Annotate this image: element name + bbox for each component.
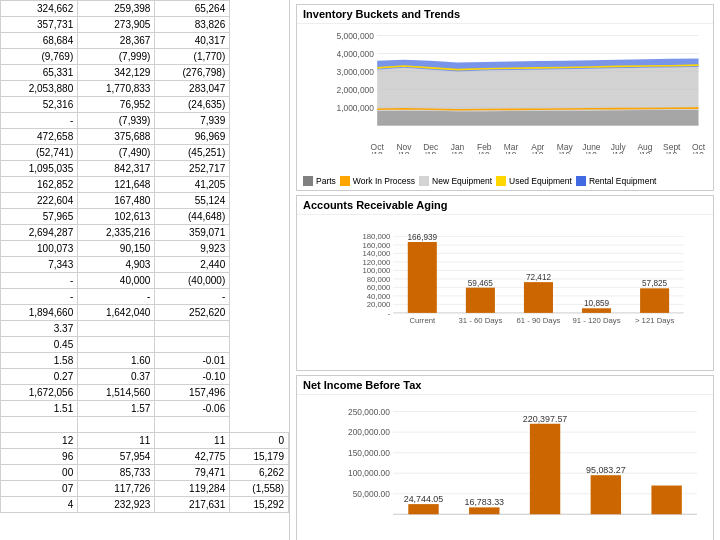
table-cell: (7,490) <box>78 145 155 161</box>
table-cell: 1,672,056 <box>1 385 78 401</box>
table-cell: - <box>1 289 78 305</box>
svg-text:57,825: 57,825 <box>642 279 668 288</box>
data-table: 324,662259,39865,264357,731273,90583,826… <box>0 0 289 513</box>
svg-text:61 - 90 Days: 61 - 90 Days <box>517 316 561 325</box>
svg-text:> 121 Days: > 121 Days <box>635 316 674 325</box>
table-cell: 11 <box>155 433 230 449</box>
table-cell: 83,826 <box>155 17 230 33</box>
table-cell: (45,251) <box>155 145 230 161</box>
table-cell: 40,317 <box>155 33 230 49</box>
table-cell: 357,731 <box>1 17 78 33</box>
table-cell: 79,471 <box>155 465 230 481</box>
legend-item: Used Equipment <box>496 176 572 186</box>
table-cell: 85,733 <box>78 465 155 481</box>
legend-label: New Equipment <box>432 176 492 186</box>
table-cell: 1,642,040 <box>78 305 155 321</box>
svg-text:24,744.05: 24,744.05 <box>404 494 444 504</box>
table-cell: 117,726 <box>78 481 155 497</box>
table-cell: 119,284 <box>155 481 230 497</box>
svg-text:'18: '18 <box>398 150 409 154</box>
svg-text:16,783.33: 16,783.33 <box>464 497 504 507</box>
table-cell: (40,000) <box>155 273 230 289</box>
table-cell: 57,965 <box>1 209 78 225</box>
ni-svg: 50,000.00100,000.00150,000.00200,000.002… <box>337 399 707 530</box>
table-cell: 0.37 <box>78 369 155 385</box>
svg-text:80,000: 80,000 <box>367 275 391 284</box>
legend-label: Rental Equipment <box>589 176 657 186</box>
table-cell: 472,658 <box>1 129 78 145</box>
spreadsheet-panel: 324,662259,39865,264357,731273,90583,826… <box>0 0 290 540</box>
table-cell <box>155 337 230 353</box>
legend-label: Work In Process <box>353 176 415 186</box>
table-cell: 359,071 <box>155 225 230 241</box>
svg-text:200,000.00: 200,000.00 <box>348 427 390 437</box>
inventory-legend: PartsWork In ProcessNew EquipmentUsed Eq… <box>297 174 713 190</box>
table-cell: 2,694,287 <box>1 225 78 241</box>
svg-text:'18: '18 <box>425 150 436 154</box>
table-cell: 40,000 <box>78 273 155 289</box>
svg-text:150,000.00: 150,000.00 <box>348 448 390 458</box>
table-cell <box>155 417 230 433</box>
table-cell: 65,264 <box>155 1 230 17</box>
ni-chart-area: 50,000.00100,000.00150,000.00200,000.002… <box>297 395 713 540</box>
svg-text:3,000,000: 3,000,000 <box>337 67 374 77</box>
table-cell: 102,613 <box>78 209 155 225</box>
table-cell: 1,514,560 <box>78 385 155 401</box>
table-cell: 15,179 <box>230 449 289 465</box>
inventory-chart-section: Inventory Buckets and Trends 1,000,0002,… <box>296 4 714 191</box>
table-cell: 12 <box>1 433 78 449</box>
table-cell: 96,969 <box>155 129 230 145</box>
table-cell: (52,741) <box>1 145 78 161</box>
svg-text:'19: '19 <box>506 150 517 154</box>
svg-text:'19: '19 <box>613 150 624 154</box>
svg-text:40,000: 40,000 <box>367 292 391 301</box>
table-cell: 167,480 <box>78 193 155 209</box>
ar-chart-title: Accounts Receivable Aging <box>297 196 713 215</box>
svg-rect-89 <box>591 475 621 514</box>
table-cell: 7,343 <box>1 257 78 273</box>
svg-text:'19: '19 <box>532 150 543 154</box>
table-cell: 57,954 <box>78 449 155 465</box>
table-cell: 42,775 <box>155 449 230 465</box>
table-cell: 9,923 <box>155 241 230 257</box>
legend-label: Used Equipment <box>509 176 572 186</box>
table-cell: -0.01 <box>155 353 230 369</box>
ar-chart-section: Accounts Receivable Aging -20,00040,0006… <box>296 195 714 371</box>
svg-text:180,000: 180,000 <box>362 232 390 241</box>
table-cell: (44,648) <box>155 209 230 225</box>
ni-chart-title: Net Income Before Tax <box>297 376 713 395</box>
table-cell: 2,440 <box>155 257 230 273</box>
table-cell: 15,292 <box>230 497 289 513</box>
svg-rect-63 <box>524 282 553 313</box>
table-cell: (9,769) <box>1 49 78 65</box>
table-cell: 222,604 <box>1 193 78 209</box>
table-cell: 100,073 <box>1 241 78 257</box>
table-cell: 252,620 <box>155 305 230 321</box>
table-cell: 342,129 <box>78 65 155 81</box>
table-cell: 273,905 <box>78 17 155 33</box>
table-cell: (1,770) <box>155 49 230 65</box>
table-cell: 1.58 <box>1 353 78 369</box>
table-cell <box>78 321 155 337</box>
table-cell: 232,923 <box>78 497 155 513</box>
table-cell: 252,717 <box>155 161 230 177</box>
svg-rect-66 <box>582 308 611 313</box>
table-cell: 162,852 <box>1 177 78 193</box>
table-cell: 6,262 <box>230 465 289 481</box>
table-cell: 2,053,880 <box>1 81 78 97</box>
legend-color <box>303 176 313 186</box>
table-cell: 65,331 <box>1 65 78 81</box>
svg-text:31 - 60 Days: 31 - 60 Days <box>458 316 502 325</box>
svg-text:'19: '19 <box>559 150 570 154</box>
svg-rect-60 <box>466 288 495 313</box>
table-cell: (7,939) <box>78 113 155 129</box>
svg-text:10,859: 10,859 <box>584 299 610 308</box>
svg-text:Current: Current <box>409 316 436 325</box>
table-cell: 07 <box>1 481 78 497</box>
svg-text:59,465: 59,465 <box>468 279 494 288</box>
legend-color <box>576 176 586 186</box>
svg-text:'19: '19 <box>479 150 490 154</box>
legend-color <box>340 176 350 186</box>
table-cell: - <box>1 273 78 289</box>
inventory-chart-title: Inventory Buckets and Trends <box>297 5 713 24</box>
